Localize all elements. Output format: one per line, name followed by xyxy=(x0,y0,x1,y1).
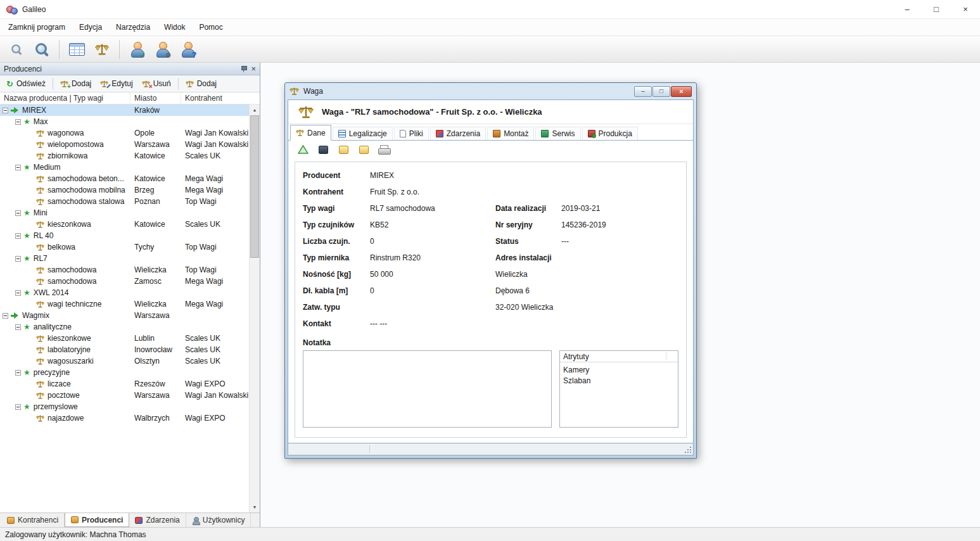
category-star-icon: ★ xyxy=(23,289,30,296)
tree-row[interactable]: labolatoryjneInowrocławScales UK xyxy=(0,344,249,355)
tree-row[interactable]: ★RL 40 xyxy=(0,230,249,241)
tree-row[interactable]: najazdoweWalbrzychWagi EXPO xyxy=(0,412,249,424)
waga-tab-pliki[interactable]: Pliki xyxy=(394,127,429,140)
scrollbar-thumb[interactable] xyxy=(250,115,259,258)
menu-item-widok[interactable]: Widok xyxy=(157,19,192,35)
tree-item-label: kieszonkowe xyxy=(47,334,91,343)
tree-row[interactable]: belkowaTychyTop Wagi xyxy=(0,241,249,253)
tree-row[interactable]: ★analityczne xyxy=(0,321,249,333)
tree-row[interactable]: ★przemyslowe xyxy=(0,401,249,412)
edit-button[interactable]: Edytuj xyxy=(96,78,136,89)
note-button[interactable] xyxy=(336,143,350,156)
collapse-icon[interactable] xyxy=(3,313,8,319)
attribute-item[interactable]: Szlaban xyxy=(560,375,678,386)
tab-kontrahenci[interactable]: Kontrahenci xyxy=(1,513,65,527)
tree-row[interactable]: samochodowa beton...KatowiceMega Wagi xyxy=(0,173,249,184)
tree-row[interactable]: ★Max xyxy=(0,116,249,127)
scrollbar-track[interactable] xyxy=(250,115,260,502)
menu-item-zamknij-program[interactable]: Zamknij program xyxy=(1,19,72,35)
tree-row[interactable]: kieszonkowaKatowiceScales UK xyxy=(0,219,249,230)
menu-item-narzedzia[interactable]: Narzędzia xyxy=(109,19,157,35)
menu-item-pomoc[interactable]: Pomoc xyxy=(192,19,229,35)
collapse-icon[interactable] xyxy=(15,119,21,125)
tree-row[interactable]: wagonowaOpoleWagi Jan Kowalski xyxy=(0,127,249,139)
tree-row[interactable]: ★RL7 xyxy=(0,253,249,264)
collapse-icon[interactable] xyxy=(15,370,21,376)
tree-row[interactable]: ★Medium xyxy=(0,162,249,173)
print-button[interactable] xyxy=(377,143,391,156)
tree-row[interactable]: samochodowaWieliczkaTop Wagi xyxy=(0,264,249,276)
menu-item-edycja[interactable]: Edycja xyxy=(72,19,109,35)
notes-textarea[interactable] xyxy=(303,350,552,428)
tab-producenci[interactable]: Producenci xyxy=(65,513,129,527)
zoom-out-button[interactable] xyxy=(5,39,28,60)
tree-row[interactable]: MIREXKraków xyxy=(0,105,249,116)
waga-tab-serwis[interactable]: Serwis xyxy=(535,127,580,140)
column-header-1[interactable]: Miasto xyxy=(130,92,181,104)
waga-tab-dane[interactable]: Dane xyxy=(290,125,331,141)
attributes-listbox[interactable]: Atrytuty KamerySzlaban xyxy=(559,350,678,428)
menubar: Zamknij programEdycjaNarzędziaWidokPomoc xyxy=(0,19,980,36)
collapse-icon[interactable] xyxy=(15,290,21,296)
collapse-icon[interactable] xyxy=(15,210,21,216)
tree-row[interactable]: samochodowa stalowaPoznanTop Wagi xyxy=(0,196,249,207)
resize-grip[interactable] xyxy=(684,446,693,455)
tab-zdarzenia[interactable]: Zdarzenia xyxy=(129,513,186,527)
category-star-icon: ★ xyxy=(23,403,30,411)
tree-row[interactable]: wagi techniczneWieliczkaMega Wagi xyxy=(0,298,249,310)
scales-button[interactable] xyxy=(91,39,113,60)
waga-tab-montaz[interactable]: Montaż xyxy=(487,127,534,140)
comment-button[interactable] xyxy=(357,143,371,156)
close-button[interactable]: × xyxy=(951,0,980,18)
refresh-button[interactable]: ↻Odśwież xyxy=(3,78,49,89)
user-accept-button[interactable]: ✓ xyxy=(125,39,148,60)
pin-icon[interactable] xyxy=(241,65,246,73)
waga-minimize-button[interactable]: – xyxy=(634,86,652,97)
user-settings-button[interactable]: ⚙ xyxy=(151,39,174,60)
scroll-down-icon[interactable]: ▼ xyxy=(250,502,260,512)
details-button[interactable] xyxy=(316,143,330,156)
collapse-icon[interactable] xyxy=(3,108,8,113)
collapse-icon[interactable] xyxy=(15,233,21,239)
app-icon xyxy=(6,4,17,15)
tree-cell-city: Inowrocław xyxy=(130,345,181,354)
column-header-0[interactable]: Nazwa producenta | Typ wagi xyxy=(0,92,130,104)
tree-row[interactable]: pocztoweWarszawaWagi Jan Kowalski xyxy=(0,390,249,401)
add-scale-button[interactable]: Dodaj xyxy=(182,78,220,89)
collapse-icon[interactable] xyxy=(15,404,21,410)
tree-row[interactable]: ★Mini xyxy=(0,207,249,219)
add-button[interactable]: +Dodaj xyxy=(56,78,95,89)
scroll-up-icon[interactable]: ▲ xyxy=(250,105,260,115)
waga-maximize-button[interactable]: □ xyxy=(652,86,670,97)
tree-row[interactable]: WagmixWarszawa xyxy=(0,310,249,321)
tree-row[interactable]: samochodowaZamoscMega Wagi xyxy=(0,276,249,287)
waga-tab-legalizacje[interactable]: Legalizacje xyxy=(333,127,393,140)
tree-row[interactable]: ★XWL 2014 xyxy=(0,287,249,298)
collapse-icon[interactable] xyxy=(15,256,21,262)
waga-close-button[interactable]: × xyxy=(671,86,692,97)
maximize-button[interactable]: □ xyxy=(922,0,951,18)
minimize-button[interactable]: – xyxy=(893,0,922,18)
table-view-button[interactable] xyxy=(65,39,88,60)
column-header-2[interactable]: Kontrahent xyxy=(181,92,260,104)
tree-scrollbar[interactable]: ▲ ▼ xyxy=(249,105,260,512)
delete-button[interactable]: ×Usuń xyxy=(138,78,175,89)
tree-row[interactable]: wagosuszarkiOlsztynScales UK xyxy=(0,355,249,367)
zoom-in-button[interactable] xyxy=(30,39,53,60)
panel-close-icon[interactable]: × xyxy=(251,65,256,73)
hierarchy-button[interactable] xyxy=(296,143,310,156)
waga-tab-zdarzenia[interactable]: Zdarzenia xyxy=(430,127,486,140)
tree-row[interactable]: liczaceRzeszówWagi EXPO xyxy=(0,378,249,390)
waga-titlebar[interactable]: Waga –□× xyxy=(285,83,696,99)
attribute-item[interactable]: Kamery xyxy=(560,364,678,375)
tree-row[interactable]: wielopomostowaWarszawaWagi Jan Kowalski xyxy=(0,139,249,150)
collapse-icon[interactable] xyxy=(15,324,21,330)
waga-tab-produkcja[interactable]: Produkcja xyxy=(582,127,638,140)
tree-row[interactable]: samochodowa mobilnaBrzegMega Wagi xyxy=(0,184,249,196)
tab-uzytkownicy[interactable]: Użytkownicy xyxy=(186,513,251,527)
tree-row[interactable]: kieszonkoweLublinScales UK xyxy=(0,333,249,344)
tree-row[interactable]: zbiornikowaKatowiceScales UK xyxy=(0,150,249,162)
user-help-button[interactable]: ? xyxy=(176,39,199,60)
tree-row[interactable]: ★precyzyjne xyxy=(0,367,249,378)
collapse-icon[interactable] xyxy=(15,165,21,170)
